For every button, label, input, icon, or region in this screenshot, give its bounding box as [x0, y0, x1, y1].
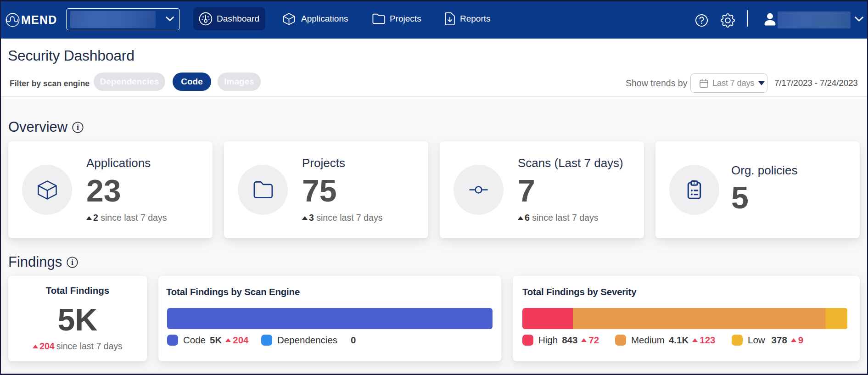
svg-text:i: i	[71, 258, 73, 267]
svg-text:i: i	[77, 123, 79, 132]
